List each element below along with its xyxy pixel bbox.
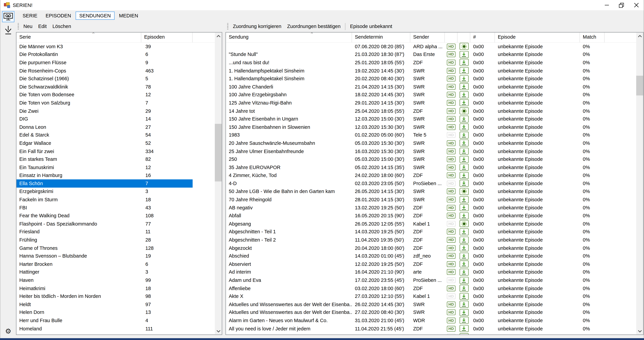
broadcast-row[interactable]: 25005.03.2020 15:00 (30')SWRHD0x00unbeka… bbox=[226, 155, 636, 163]
column-header-sender[interactable]: Sender bbox=[410, 33, 445, 43]
broadcast-row[interactable]: Akte X27.03.2020 12:10 (55')Kabel 1HD0x0… bbox=[226, 292, 636, 300]
broadcast-row[interactable]: 70 Jahre Rheingold28.01.2020 14:15 (30')… bbox=[226, 196, 636, 204]
series-row[interactable]: Ein Taunuskrimi12 bbox=[16, 163, 193, 172]
series-row[interactable]: Helen Dorn13 bbox=[16, 308, 193, 316]
broadcast-row[interactable]: 14 Jahre tot25.04.2020 18:05 (55')ZDFHD0… bbox=[226, 107, 636, 115]
series-row[interactable]: Homeland111 bbox=[16, 324, 193, 332]
broadcast-row[interactable]: 50 Jahre LGB - Wie die Bahn in den Garte… bbox=[226, 188, 636, 196]
zuordnungen-bestaetigen-button[interactable]: Zuordnungen bestätigen bbox=[284, 22, 344, 31]
loeschen-button[interactable]: Löschen bbox=[50, 22, 74, 31]
column-header-episoden[interactable]: Episoden bbox=[141, 33, 193, 43]
column-header-hd[interactable] bbox=[445, 33, 458, 43]
series-row[interactable]: Erzgebirgskrimi3 bbox=[16, 188, 193, 196]
column-header-number[interactable]: # bbox=[470, 33, 495, 43]
broadcast-row[interactable]: Aktuelles und Wissenswertes aus der Welt… bbox=[226, 308, 636, 316]
series-row[interactable]: Die Rosenheim-Cops463 bbox=[16, 67, 193, 75]
series-row[interactable]: Die Toten von Salzburg7 bbox=[16, 99, 193, 107]
menu-serie[interactable]: SERIE bbox=[19, 11, 41, 20]
broadcast-row[interactable]: ...und raus bist du!25.01.2020 18:05 (55… bbox=[226, 59, 636, 67]
series-row[interactable]: Ein starkes Team82 bbox=[16, 155, 193, 163]
series-row[interactable]: Ein Fall für zwei334 bbox=[16, 147, 193, 155]
series-row[interactable]: Harter Brocken6 bbox=[16, 260, 193, 268]
broadcast-row[interactable]: Abgeschnitten - Teil 114.03.2020 19:25 (… bbox=[226, 228, 636, 236]
broadcast-row[interactable]: Affenliebe03.02.2020 18:00 (60')ZDFHD0x0… bbox=[226, 284, 636, 292]
broadcast-row[interactable]: Abfall16.05.2020 20:15 (90')ZDFHD0x00unb… bbox=[226, 212, 636, 220]
menu-medien[interactable]: MEDIEN bbox=[115, 11, 142, 20]
scroll-down-button[interactable] bbox=[636, 327, 643, 334]
restore-button[interactable] bbox=[614, 0, 629, 10]
series-row[interactable]: Ella Schön7 bbox=[16, 179, 193, 188]
series-row[interactable]: Friesland11 bbox=[16, 228, 193, 236]
toolstrip-grip-icon[interactable] bbox=[18, 23, 19, 30]
menu-sendungen[interactable]: SENDUNGEN bbox=[76, 11, 114, 20]
broadcast-row[interactable]: Abschied14.03.2020 01:00 (45')zdf_neoHD0… bbox=[226, 252, 636, 260]
broadcast-row[interactable]: 20 Jahre Sauschwänzle-Museumsbahn05.03.2… bbox=[226, 139, 636, 147]
scroll-up-button[interactable] bbox=[636, 33, 643, 40]
broadcast-row[interactable]: 100 Jahre Chanderli21.04.2020 14:15 (30'… bbox=[226, 83, 636, 91]
menu-episoden[interactable]: EPISODEN bbox=[42, 11, 75, 20]
series-row[interactable]: Donna Leon27 bbox=[16, 123, 193, 131]
broadcast-row[interactable]: Abgezockt20.04.2020 18:00 (60')ZDFHD0x00… bbox=[226, 244, 636, 252]
series-row[interactable]: Hanna Svensson – Blutsbande19 bbox=[16, 252, 193, 260]
column-header-sendung[interactable]: Sendung bbox=[226, 33, 352, 43]
series-row[interactable]: Fear the Walking Dead108 bbox=[16, 212, 193, 220]
series-row[interactable]: Heiter bis tödlich - Morden im Norden98 bbox=[16, 292, 193, 300]
broadcast-row[interactable]: Abgesang26.05.2020 12:05 (55')Kabel 1HD0… bbox=[226, 220, 636, 228]
broadcast-row[interactable]: Alle Rechte bei Joe Paxton25.01.2020 05:… bbox=[226, 332, 636, 334]
series-row[interactable]: Die Zwei29 bbox=[16, 107, 193, 115]
series-scrollbar[interactable] bbox=[215, 33, 222, 334]
scroll-up-button[interactable] bbox=[215, 33, 222, 40]
broadcast-row[interactable]: 1. Hallendampfspektakel Sinsheim19.02.20… bbox=[226, 67, 636, 75]
scroll-down-button[interactable] bbox=[215, 327, 222, 334]
series-row[interactable]: DIG14 bbox=[16, 115, 193, 123]
series-row[interactable]: Flashpoint - Das Spezialkommando77 bbox=[16, 220, 193, 228]
sidebar-recordings-button[interactable] bbox=[2, 11, 14, 22]
broadcast-row[interactable]: 25 Jahre Ulmer Eisenbahnfreunde16.03.202… bbox=[226, 147, 636, 155]
series-row[interactable]: Haven99 bbox=[16, 276, 193, 284]
broadcast-row[interactable]: 1. Hallendampfspektakel Sinsheim20.02.20… bbox=[226, 75, 636, 83]
broadcasts-scrollbar[interactable] bbox=[636, 33, 643, 334]
series-row[interactable]: Edgar Wallace52 bbox=[16, 139, 193, 147]
episode-unbekannt-button[interactable]: Episode unbekannt bbox=[347, 22, 395, 31]
series-row[interactable]: Edel & Starck54 bbox=[16, 131, 193, 139]
column-header-serie[interactable]: Serie bbox=[16, 33, 141, 43]
broadcast-row[interactable]: 150 Jahre Eisenbahnen in Slowenien12.03.… bbox=[226, 123, 636, 131]
minimize-button[interactable] bbox=[599, 0, 614, 10]
scrollbar-thumb[interactable] bbox=[215, 124, 222, 182]
scrollbar-thumb[interactable] bbox=[636, 76, 643, 95]
series-row[interactable]: FBI43 bbox=[16, 204, 193, 212]
column-header-action[interactable] bbox=[458, 33, 470, 43]
broadcast-row[interactable]: Abgeschnitten - Teil 211.04.2020 19:35 (… bbox=[226, 236, 636, 244]
series-row[interactable]: Die Männer vom K339 bbox=[16, 42, 193, 50]
series-row[interactable]: Herr und Frau Bulle4 bbox=[16, 316, 193, 324]
series-row[interactable]: Die Toten vom Bodensee12 bbox=[16, 91, 193, 99]
series-row[interactable]: Fackeln im Sturm18 bbox=[16, 196, 193, 204]
zuordnung-korrigieren-button[interactable]: Zuordnung korrigieren bbox=[230, 22, 284, 31]
broadcast-row[interactable]: 35 Jahre EUROVAPOR05.02.2020 14:15 (35')… bbox=[226, 163, 636, 172]
column-header-sendetermin[interactable]: Sendetermin bbox=[352, 33, 410, 43]
broadcast-row[interactable]: Alarm im Garten - Neues von Maulwurf & C… bbox=[226, 316, 636, 324]
broadcast-row[interactable]: Aktuelles und Wissenswertes aus der Welt… bbox=[226, 300, 636, 308]
series-row[interactable]: Game of Thrones128 bbox=[16, 244, 193, 252]
settings-button[interactable]: ⚙ bbox=[5, 328, 11, 335]
broadcast-row[interactable]: 4 Zimmer, Küche, Tod24.02.2020 18:00 (60… bbox=[226, 172, 636, 180]
edit-button[interactable]: Edit bbox=[35, 22, 50, 31]
series-row[interactable]: Die purpurnen Flüsse9 bbox=[16, 59, 193, 67]
broadcast-row[interactable]: 125 Jahre Vitznau-Rigi-Bahn29.01.2020 14… bbox=[226, 99, 636, 107]
broadcast-row[interactable]: All you need is love / Jeder mit jedem11… bbox=[226, 324, 636, 332]
column-header-episode[interactable]: Episode bbox=[495, 33, 580, 43]
broadcast-row[interactable]: 100 Jahre Erzgebirgsbahn18.02.2020 14:45… bbox=[226, 91, 636, 99]
broadcast-row[interactable]: 198301.02.2020 05:00 (60')Tele 5HD0x00un… bbox=[226, 131, 636, 139]
series-row[interactable]: Die Schatzinsel (1966)5 bbox=[16, 75, 193, 83]
broadcast-row[interactable]: 150 Jahre Eisenbahn in Ungarn12.03.2020 … bbox=[226, 115, 636, 123]
toolstrip-grip-icon[interactable] bbox=[227, 23, 228, 30]
series-row[interactable]: Honigfrauen5 bbox=[16, 332, 193, 334]
broadcast-row[interactable]: 07.06.2020 08:20 (85')ARD alpha ...HD0x0… bbox=[226, 42, 636, 50]
neu-button[interactable]: Neu bbox=[20, 22, 35, 31]
broadcast-row[interactable]: Adam und Eva17.02.2020 23:55 (45')ProSie… bbox=[226, 276, 636, 284]
series-row[interactable]: Heimatkrimi18 bbox=[16, 284, 193, 292]
close-button[interactable] bbox=[629, 0, 644, 10]
sidebar-download-button[interactable] bbox=[2, 25, 14, 36]
broadcast-row[interactable]: "Stunde Null"21.03.2020 18:30 (87')Das E… bbox=[226, 50, 636, 59]
series-row[interactable]: Hattinger3 bbox=[16, 268, 193, 276]
